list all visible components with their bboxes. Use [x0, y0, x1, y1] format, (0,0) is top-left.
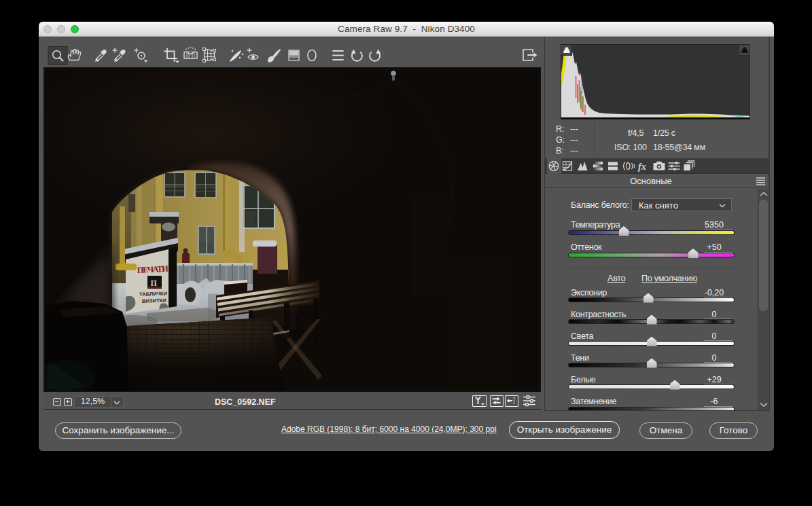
svg-text:fx: fx	[638, 162, 646, 172]
